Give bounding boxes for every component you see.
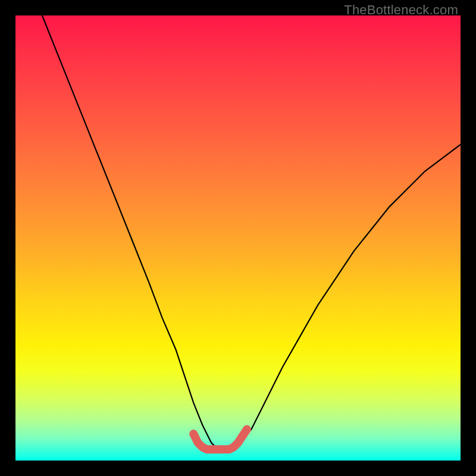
bottleneck-curve — [42, 15, 461, 447]
plot-area — [15, 15, 461, 461]
chart-svg — [15, 15, 461, 461]
chart-frame: TheBottleneck.com — [0, 0, 476, 476]
flat-bottom-highlight — [193, 430, 247, 450]
